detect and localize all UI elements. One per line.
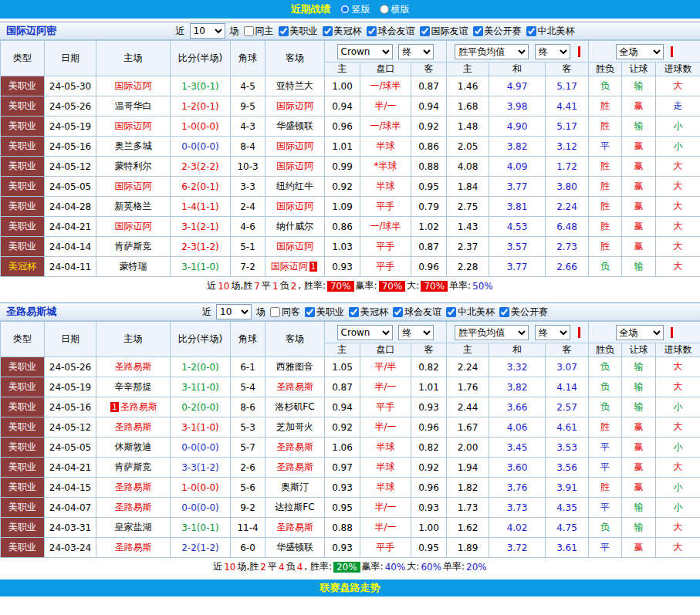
summary-part: 70% <box>421 281 448 292</box>
europe-odds-select[interactable]: 胜平负均值 <box>455 44 529 59</box>
layout-vertical-option[interactable]: 竖版 <box>340 3 370 16</box>
league-checkbox[interactable] <box>279 26 289 36</box>
odds-company-select[interactable]: Crown <box>337 325 393 340</box>
away-team-cell[interactable]: 华盛顿联 <box>265 538 325 558</box>
home-team-cell[interactable]: 肯萨斯竞 <box>96 458 171 478</box>
europe-final-select[interactable]: 终 <box>535 44 570 59</box>
team-name[interactable]: 圣路易斯城 <box>6 305 56 319</box>
league-checkbox[interactable] <box>526 26 536 36</box>
away-team-cell[interactable]: 华盛顿联 <box>265 117 325 137</box>
layout-horizontal-option[interactable]: 横版 <box>380 3 410 16</box>
scope-select[interactable]: 全场 <box>616 325 664 340</box>
home-team-name: 蒙特瑞 <box>120 261 147 272</box>
vertical-radio[interactable] <box>340 5 350 14</box>
home-team-cell[interactable]: 温哥华白 <box>96 96 171 117</box>
away-team-cell[interactable]: 国际迈阿 <box>265 157 325 177</box>
away-team-cell[interactable]: 芝加哥火 <box>265 417 325 438</box>
asia-final-select[interactable]: 终 <box>398 44 434 59</box>
home-team-cell[interactable]: 皇家盐湖 <box>96 518 171 538</box>
league-filter[interactable]: 美公开赛 <box>499 306 548 319</box>
home-team-cell[interactable]: 国际迈阿 <box>96 117 171 137</box>
summary-part: 大: <box>407 279 419 292</box>
away-team-cell[interactable]: 国际迈阿 <box>265 237 325 257</box>
home-team-cell[interactable]: 蒙特利尔 <box>96 157 171 177</box>
date-cell: 24-04-07 <box>45 498 96 518</box>
league-checkbox[interactable] <box>305 307 315 317</box>
league-filter[interactable]: 美冠杯 <box>323 25 362 38</box>
away-team-cell[interactable]: 西雅图音 <box>265 357 325 377</box>
corner-cell: 4-5 <box>231 76 265 96</box>
near-count-select[interactable]: 10 <box>216 304 252 319</box>
home-team-cell[interactable]: 国际迈阿 <box>96 177 171 197</box>
home-team-cell[interactable]: 圣路易斯 <box>96 498 171 518</box>
away-team-name: 芝加哥火 <box>276 421 313 432</box>
league-filter[interactable]: 球会友谊 <box>393 306 441 319</box>
home-team-cell[interactable]: 圣路易斯 <box>96 478 171 498</box>
away-team-cell[interactable]: 纳什威尔 <box>265 217 325 237</box>
home-team-cell[interactable]: 圣路易斯 <box>96 538 171 558</box>
same-venue-checkbox[interactable] <box>244 26 254 36</box>
home-team-cell[interactable]: 1圣路易斯 <box>96 397 171 417</box>
league-filter[interactable]: 国际友谊 <box>420 25 468 38</box>
same-venue-filter[interactable]: 同客 <box>270 306 300 319</box>
home-team-cell[interactable]: 国际迈阿 <box>96 76 171 96</box>
away-team-cell[interactable]: 国际迈阿1 <box>265 257 325 277</box>
away-team-cell[interactable]: 亚特兰大 <box>265 76 325 96</box>
europe-away-cell: 6.48 <box>546 217 589 237</box>
away-team-cell[interactable]: 国际迈阿 <box>265 137 325 157</box>
league-label: 美冠杯 <box>360 306 388 319</box>
league-filter[interactable]: 球会友谊 <box>367 25 415 38</box>
away-team-cell[interactable]: 圣路易斯 <box>265 438 325 458</box>
same-venue-filter[interactable]: 同主 <box>244 25 274 38</box>
horizontal-radio[interactable] <box>380 5 389 14</box>
away-team-cell[interactable]: 国际迈阿 <box>265 197 325 217</box>
away-team-cell[interactable]: 洛杉矶FC <box>265 397 325 417</box>
league-filter[interactable]: 中北美杯 <box>446 306 495 319</box>
home-team-cell[interactable]: 肯萨斯竞 <box>96 237 171 257</box>
summary-part: 4 <box>279 562 285 573</box>
home-team-cell[interactable]: 圣路易斯 <box>96 417 171 438</box>
handicap-result-cell: 输 <box>622 76 656 96</box>
home-team-cell[interactable]: 新英格兰 <box>96 197 171 217</box>
home-team-cell[interactable]: 辛辛那提 <box>96 377 171 397</box>
asia-handicap-cell: 半/一 <box>360 96 411 117</box>
away-team-cell[interactable]: 圣路易斯 <box>265 377 325 397</box>
league-checkbox[interactable] <box>349 307 359 317</box>
league-checkbox[interactable] <box>473 26 483 36</box>
near-count-select[interactable]: 10 <box>190 23 225 39</box>
league-checkbox[interactable] <box>393 307 403 317</box>
league-checkbox[interactable] <box>367 26 377 36</box>
home-team-cell[interactable]: 奥兰多城 <box>96 137 171 157</box>
asia-final-select[interactable]: 终 <box>398 325 434 340</box>
home-team-cell[interactable]: 休斯敦迪 <box>96 438 171 458</box>
league-checkbox[interactable] <box>499 307 509 317</box>
away-team-cell[interactable]: 奥斯汀 <box>265 478 325 498</box>
league-filter[interactable]: 美公开赛 <box>473 25 522 38</box>
europe-odds-select[interactable]: 胜平负均值 <box>455 325 529 340</box>
away-team-cell[interactable]: 国际迈阿 <box>265 96 325 117</box>
europe-final-select[interactable]: 终 <box>535 325 570 340</box>
league-filter[interactable]: 美冠杯 <box>349 306 388 319</box>
asia-home-odds-cell: 0.94 <box>325 96 360 117</box>
score-cell: 3-1(0-1) <box>171 518 231 538</box>
away-team-cell[interactable]: 圣路易斯 <box>265 518 325 538</box>
league-checkbox[interactable] <box>323 26 333 36</box>
league-checkbox[interactable] <box>420 26 430 36</box>
europe-draw-cell: 4.06 <box>489 417 546 438</box>
away-team-cell[interactable]: 达拉斯FC <box>265 498 325 518</box>
league-filter[interactable]: 美职业 <box>305 306 344 319</box>
asia-home-odds-cell: 1.09 <box>325 197 360 217</box>
scope-select[interactable]: 全场 <box>616 44 664 59</box>
league-filter[interactable]: 中北美杯 <box>526 25 575 38</box>
europe-draw-cell: 3.72 <box>489 538 546 558</box>
league-filter[interactable]: 美职业 <box>279 25 318 38</box>
away-team-cell[interactable]: 纽约红牛 <box>265 177 325 197</box>
home-team-cell[interactable]: 国际迈阿 <box>96 217 171 237</box>
same-venue-checkbox[interactable] <box>270 307 280 317</box>
odds-company-select[interactable]: Crown <box>337 44 393 59</box>
team-name[interactable]: 国际迈阿密 <box>6 24 56 38</box>
away-team-cell[interactable]: 圣路易斯 <box>265 458 325 478</box>
home-team-cell[interactable]: 蒙特瑞 <box>96 257 171 277</box>
home-team-cell[interactable]: 圣路易斯 <box>96 357 171 377</box>
league-checkbox[interactable] <box>446 307 456 317</box>
